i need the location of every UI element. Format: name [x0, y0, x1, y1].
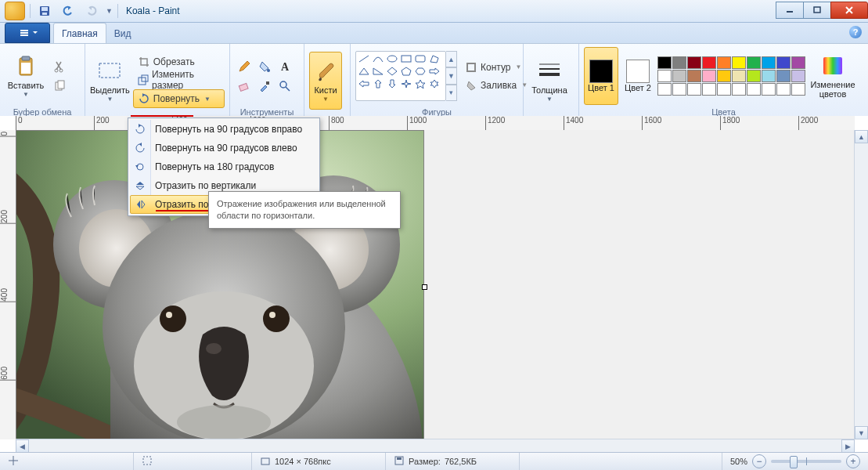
help-icon[interactable]: ?: [849, 26, 862, 38]
menu-rotate-right-90[interactable]: Повернуть на 90 градусов вправо: [130, 120, 318, 139]
shape-curve-icon[interactable]: [372, 53, 384, 64]
palette-swatch[interactable]: [717, 83, 731, 96]
palette-swatch[interactable]: [702, 70, 716, 82]
shape-rect-icon[interactable]: [400, 53, 412, 64]
palette-swatch[interactable]: [776, 83, 791, 96]
color2-button[interactable]: Цвет 2: [621, 48, 654, 104]
scroll-left-button[interactable]: ◀: [16, 439, 29, 453]
shape-arrowu-icon[interactable]: [372, 78, 384, 89]
rotate-button[interactable]: Повернуть▼: [133, 89, 225, 108]
brushes-button[interactable]: Кисти ▼: [309, 52, 342, 110]
shape-polygon-icon[interactable]: [428, 53, 441, 64]
copy-icon[interactable]: [50, 77, 69, 96]
shapes-scroll-down[interactable]: ▼: [446, 67, 457, 84]
crop-button[interactable]: Обрезать: [133, 53, 225, 70]
zoom-slider-thumb[interactable]: [790, 456, 798, 468]
save-icon[interactable]: [35, 2, 54, 20]
text-icon[interactable]: A: [276, 57, 294, 76]
edit-colors-button[interactable]: Изменение цветов: [809, 48, 857, 104]
shape-roundrect-icon[interactable]: [414, 53, 427, 64]
select-icon: [97, 59, 122, 84]
scroll-right-button[interactable]: ▶: [841, 439, 855, 453]
palette-swatch[interactable]: [747, 56, 761, 69]
palette-swatch[interactable]: [687, 70, 701, 82]
cut-icon[interactable]: [50, 57, 69, 76]
zoom-out-button[interactable]: −: [752, 454, 766, 468]
palette-swatch[interactable]: [702, 56, 716, 69]
shape-triangle-icon[interactable]: [358, 66, 370, 77]
tab-home[interactable]: Главная: [53, 23, 106, 43]
redo-icon[interactable]: [82, 2, 101, 20]
scrollbar-vertical[interactable]: ▲ ▼: [854, 130, 868, 439]
select-button[interactable]: Выделить ▼: [90, 52, 130, 109]
fill-icon[interactable]: [255, 57, 274, 76]
outline-button[interactable]: Контур▼: [460, 59, 532, 76]
palette-swatch[interactable]: [791, 83, 805, 96]
shape-hexagon-icon[interactable]: [414, 66, 427, 77]
palette-swatch[interactable]: [687, 83, 701, 96]
palette-swatch[interactable]: [791, 56, 805, 69]
shape-oval-icon[interactable]: [386, 53, 398, 64]
shapes-scroll-up[interactable]: ▲: [446, 51, 457, 67]
picker-icon[interactable]: [255, 77, 274, 96]
paste-button[interactable]: Вставить ▼: [5, 48, 47, 104]
resize-handle-e[interactable]: [422, 284, 427, 290]
maximize-button[interactable]: [803, 2, 831, 19]
palette-swatch[interactable]: [762, 56, 776, 69]
palette-swatch[interactable]: [732, 70, 746, 82]
palette-swatch[interactable]: [732, 56, 746, 69]
palette-swatch[interactable]: [747, 70, 761, 82]
shape-star4-icon[interactable]: [400, 78, 412, 89]
palette-swatch[interactable]: [762, 83, 776, 96]
palette-swatch[interactable]: [657, 70, 672, 82]
palette-swatch[interactable]: [657, 56, 672, 69]
zoom-slider[interactable]: [771, 460, 841, 463]
palette-swatch[interactable]: [717, 70, 731, 82]
palette-swatch[interactable]: [672, 56, 686, 69]
palette-swatch[interactable]: [747, 83, 761, 96]
shapes-expand[interactable]: ▾: [446, 85, 457, 101]
shape-pentagon-icon[interactable]: [400, 66, 412, 77]
svg-rect-10: [21, 63, 31, 74]
thickness-button[interactable]: Толщина ▼: [528, 52, 571, 109]
shapes-gallery[interactable]: [355, 51, 446, 101]
palette-swatch[interactable]: [657, 83, 672, 96]
resize-button[interactable]: Изменить размер: [133, 71, 225, 89]
shape-line-icon[interactable]: [358, 53, 370, 64]
menu-rotate-left-90[interactable]: Повернуть на 90 градусов влево: [130, 139, 318, 157]
shape-diamond-icon[interactable]: [386, 66, 398, 77]
zoom-in-button[interactable]: +: [846, 454, 860, 468]
palette-swatch[interactable]: [776, 70, 791, 82]
palette-swatch[interactable]: [672, 83, 686, 96]
scroll-up-button[interactable]: ▲: [855, 130, 868, 143]
shape-rtriangle-icon[interactable]: [372, 66, 384, 77]
magnifier-icon[interactable]: [276, 77, 294, 96]
color1-button[interactable]: Цвет 1: [584, 47, 618, 105]
shape-star5-icon[interactable]: [414, 78, 427, 89]
qat-customize-icon[interactable]: ▼: [106, 7, 113, 15]
paint-logo-icon: [5, 2, 25, 20]
shape-arrowr-icon[interactable]: [428, 66, 441, 77]
palette-swatch[interactable]: [776, 56, 791, 69]
eraser-icon[interactable]: [235, 77, 254, 96]
pencil-icon[interactable]: [235, 57, 254, 76]
palette-swatch[interactable]: [702, 83, 716, 96]
fill-button[interactable]: Заливка▼: [460, 77, 532, 94]
menu-rotate-180[interactable]: Повернуть на 180 градусов: [130, 157, 318, 176]
palette-swatch[interactable]: [762, 70, 776, 82]
shape-arrowd-icon[interactable]: [386, 78, 398, 89]
scroll-down-button[interactable]: ▼: [855, 426, 868, 439]
file-menu-button[interactable]: [5, 23, 50, 43]
palette-swatch[interactable]: [732, 83, 746, 96]
close-button[interactable]: [830, 2, 868, 19]
undo-icon[interactable]: [59, 2, 77, 20]
scrollbar-horizontal[interactable]: ◀ ▶: [16, 439, 855, 453]
shape-arrowl-icon[interactable]: [358, 78, 370, 89]
palette-swatch[interactable]: [791, 70, 805, 82]
minimize-button[interactable]: [776, 2, 804, 19]
palette-swatch[interactable]: [687, 56, 701, 69]
shape-star6-icon[interactable]: [428, 78, 441, 89]
palette-swatch[interactable]: [717, 56, 731, 69]
tab-view[interactable]: Вид: [106, 24, 139, 43]
palette-swatch[interactable]: [672, 70, 686, 82]
